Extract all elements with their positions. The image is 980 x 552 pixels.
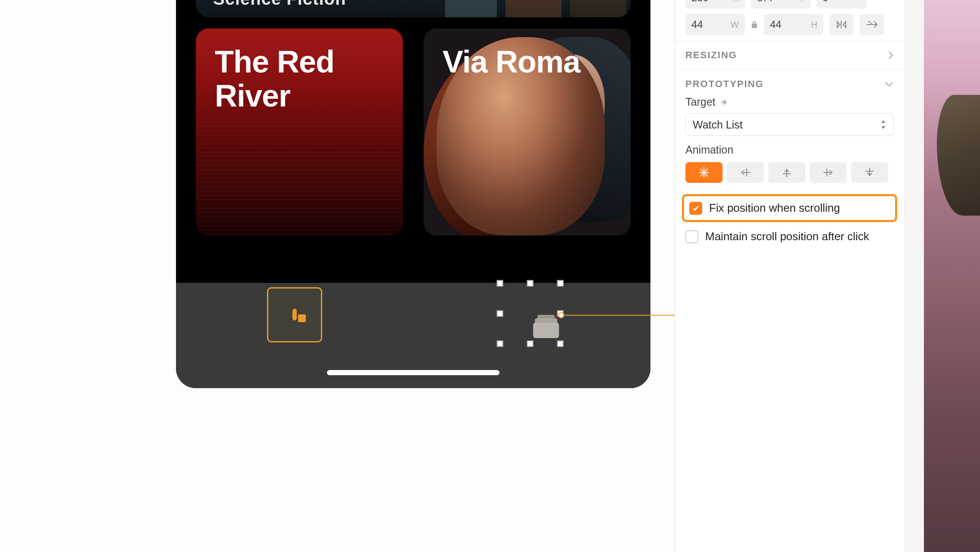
inspector-panel: X Y W H	[675, 0, 904, 552]
prototype-connector[interactable]	[561, 315, 675, 316]
maintain-scroll-row[interactable]: Maintain scroll position after click	[675, 225, 904, 248]
push-right-icon	[821, 167, 836, 178]
target-label: Target	[685, 96, 715, 108]
flip-vertical-button[interactable]	[860, 14, 884, 35]
arrow-right-icon	[719, 98, 729, 106]
fix-position-checkbox[interactable]	[689, 202, 702, 215]
width-suffix: W	[731, 20, 739, 30]
burst-icon	[697, 166, 710, 179]
target-label-row: Target	[685, 96, 894, 108]
movie-card-right-title: Via Roma	[443, 45, 613, 79]
position-x-input[interactable]	[691, 0, 717, 4]
animation-label: Animation	[685, 144, 894, 156]
position-y-field[interactable]: Y	[751, 0, 810, 9]
target-select[interactable]: Watch List	[685, 113, 894, 136]
position-y-input[interactable]	[757, 0, 783, 4]
hero-card[interactable]: Science Fiction	[196, 0, 631, 17]
rotation-field[interactable]	[817, 0, 867, 9]
height-suffix: H	[811, 20, 817, 30]
position-y-suffix: Y	[799, 0, 804, 3]
prototyping-label: Prototyping	[685, 78, 764, 90]
flip-horizontal-icon	[836, 20, 848, 29]
animation-options	[685, 162, 894, 183]
animation-push-left-button[interactable]	[727, 162, 764, 183]
prototype-connector-handle[interactable]	[558, 312, 564, 318]
push-left-icon	[738, 167, 753, 178]
width-input[interactable]	[691, 19, 717, 31]
width-field[interactable]: W	[685, 14, 745, 35]
animation-push-up-button[interactable]	[768, 162, 805, 183]
browse-icon	[292, 311, 297, 319]
rotation-input[interactable]	[823, 0, 848, 4]
animation-none-button[interactable]	[685, 162, 722, 183]
tab-browse[interactable]	[267, 287, 322, 342]
animation-push-right-button[interactable]	[810, 162, 847, 183]
resizing-section[interactable]: Resizing	[675, 41, 904, 69]
tab-bar	[176, 283, 650, 388]
prototyping-header[interactable]: Prototyping	[685, 78, 894, 90]
movie-card-left-title: The Red River	[215, 45, 386, 113]
position-x-suffix: X	[733, 0, 739, 3]
flip-vertical-icon	[866, 20, 878, 29]
maintain-scroll-label: Maintain scroll position after click	[705, 230, 869, 243]
home-indicator	[327, 370, 499, 375]
select-arrows-icon	[880, 119, 886, 130]
position-x-field[interactable]: X	[685, 0, 745, 9]
fix-position-highlight: Fix position when scrolling	[682, 194, 897, 222]
height-input[interactable]	[770, 19, 796, 31]
flip-horizontal-button[interactable]	[829, 14, 854, 35]
target-value: Watch List	[693, 119, 743, 131]
resizing-label: Resizing	[685, 50, 737, 61]
lock-aspect-icon[interactable]	[751, 20, 758, 29]
desktop-wallpaper	[924, 0, 980, 552]
animation-push-down-button[interactable]	[851, 162, 888, 183]
push-up-icon	[781, 166, 792, 179]
maintain-scroll-checkbox[interactable]	[685, 230, 698, 243]
height-field[interactable]: H	[764, 14, 823, 35]
chevron-right-icon	[888, 50, 894, 60]
push-down-icon	[864, 166, 875, 179]
fix-position-label: Fix position when scrolling	[709, 201, 840, 215]
movie-card-left[interactable]: The Red River	[196, 28, 403, 235]
tab-watchlist[interactable]	[506, 287, 561, 342]
chevron-down-icon	[884, 81, 894, 87]
movie-card-right[interactable]: Via Roma	[424, 28, 631, 235]
hero-category-label: Science Fiction	[213, 0, 346, 9]
artboard-phone[interactable]: Science Fiction The Red River Via Roma	[176, 0, 650, 388]
prototyping-section: Prototyping Target Watch List Animation	[675, 69, 904, 191]
canvas[interactable]: Science Fiction The Red River Via Roma	[0, 0, 675, 552]
